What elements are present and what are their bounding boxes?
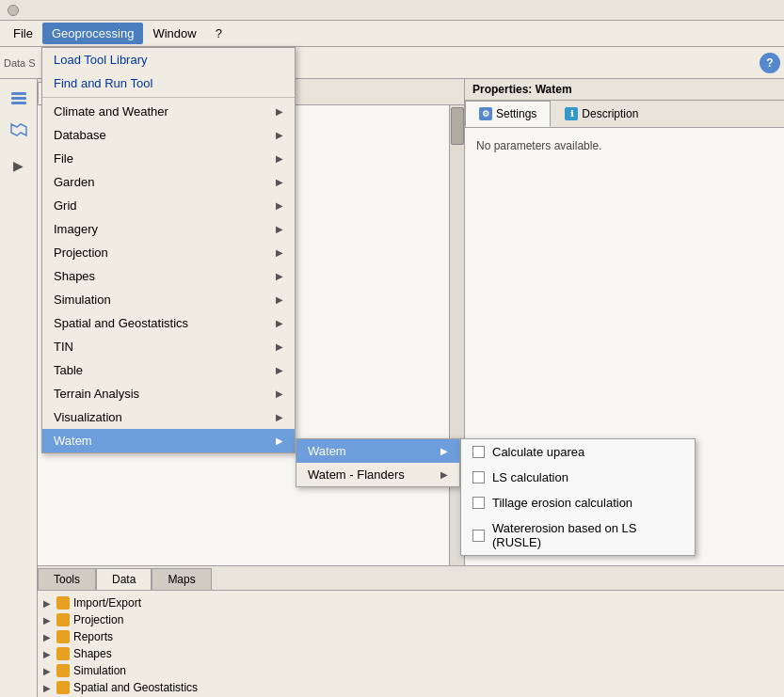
map-icon (9, 120, 28, 139)
menu-simulation[interactable]: Simulation ▶ (42, 288, 295, 311)
checkbox-uparea[interactable] (472, 446, 485, 458)
tree-item-spatial[interactable]: ▶ Spatial and Geostatistics (38, 679, 784, 694)
menu-spatial[interactable]: Spatial and Geostatistics ▶ (42, 311, 295, 335)
menu-shapes[interactable]: Shapes ▶ (42, 264, 295, 288)
submenu-arrow-grid: ▶ (276, 200, 283, 211)
tree-item-reports[interactable]: ▶ Reports (38, 628, 784, 645)
checkbox-tillage[interactable] (472, 497, 485, 509)
menu-table[interactable]: Table ▶ (42, 358, 295, 382)
submenu-arrow-watem: ▶ (276, 436, 283, 446)
watem-options-menu[interactable]: Calculate uparea LS calculation Tillage … (460, 438, 696, 556)
submenu-arrow-file: ▶ (276, 153, 283, 164)
menu-watem[interactable]: Watem ▶ (42, 429, 295, 452)
menu-projection[interactable]: Projection ▶ (42, 241, 295, 264)
svg-rect-15 (59, 651, 67, 657)
properties-content: No parameters available. (465, 128, 784, 164)
title-bar-controls (8, 5, 19, 16)
layers-icon (9, 88, 28, 107)
svg-rect-18 (59, 667, 63, 669)
shapes-folder-icon (56, 647, 70, 660)
submenu-arrow-climate: ▶ (276, 106, 283, 117)
tab-tools[interactable]: Tools (38, 568, 96, 590)
submenu-arrow-database: ▶ (276, 130, 283, 140)
menu-terrain[interactable]: Terrain Analysis ▶ (42, 382, 295, 405)
left-btn-1[interactable] (4, 83, 34, 113)
expand-shapes-icon: ▶ (41, 648, 53, 659)
tab-description[interactable]: ℹ Description (551, 101, 652, 127)
close-button[interactable] (8, 5, 19, 16)
info-icon: ℹ (565, 107, 578, 120)
geoprocessing-menu[interactable]: Load Tool Library Find and Run Tool Clim… (41, 47, 296, 453)
svg-rect-9 (59, 600, 67, 607)
settings-icon: ⚙ (479, 107, 492, 120)
watem-option-watem[interactable]: Watem ▶ (296, 439, 459, 463)
svg-marker-6 (11, 124, 26, 135)
menu-visualization[interactable]: Visualization ▶ (42, 405, 295, 429)
menu-geoprocessing[interactable]: Geoprocessing (42, 23, 143, 44)
watem-option-flanders[interactable]: Watem - Flanders ▶ (296, 463, 459, 486)
menu-window[interactable]: Window (143, 23, 205, 44)
svg-rect-17 (59, 668, 67, 674)
submenu-arrow-shapes: ▶ (276, 271, 283, 281)
menu-file[interactable]: File ▶ (42, 147, 295, 170)
menu-imagery[interactable]: Imagery ▶ (42, 217, 295, 241)
submenu-arrow-spatial: ▶ (276, 318, 283, 328)
menu-find-run[interactable]: Find and Run Tool (42, 71, 295, 95)
svg-rect-4 (11, 97, 26, 100)
expand-import-icon: ▶ (41, 597, 53, 609)
tree-item-import[interactable]: ▶ Import/Export (38, 594, 784, 611)
svg-rect-16 (59, 650, 63, 652)
option-ls-calc[interactable]: LS calculation (461, 465, 695, 490)
help-button[interactable]: ? (760, 53, 780, 73)
bottom-tree-view: ▶ Import/Export ▶ Projection ▶ Reports (38, 591, 784, 694)
svg-rect-3 (11, 92, 26, 95)
import-folder-icon (56, 596, 70, 610)
bottom-panel: Tools Data Maps ▶ Import/Export ▶ Projec… (38, 565, 784, 697)
left-btn-expand[interactable]: ▶ (4, 150, 34, 181)
svg-rect-11 (59, 617, 67, 624)
menu-climate[interactable]: Climate and Weather ▶ (42, 100, 295, 123)
submenu-arrow-terrain: ▶ (276, 388, 283, 399)
submenu-arrow-projection: ▶ (276, 247, 283, 258)
expand-projection-icon: ▶ (41, 614, 53, 626)
submenu-arrow-garden: ▶ (276, 177, 283, 187)
menu-help[interactable]: ? (206, 23, 232, 44)
tab-data[interactable]: Data (96, 568, 152, 590)
svg-rect-10 (59, 599, 63, 601)
scroll-thumb[interactable] (451, 107, 464, 145)
svg-rect-20 (59, 684, 63, 686)
expand-icon: ▶ (13, 158, 24, 173)
submenu-arrow-table: ▶ (276, 365, 283, 375)
tab-settings[interactable]: ⚙ Settings (465, 101, 551, 127)
svg-rect-12 (59, 616, 63, 618)
menu-grid[interactable]: Grid ▶ (42, 194, 295, 217)
divider-1 (42, 97, 295, 98)
expand-simulation-icon: ▶ (41, 665, 53, 676)
left-panel: ▶ (0, 79, 38, 697)
menu-tin[interactable]: TIN ▶ (42, 335, 295, 358)
data-source-label: Data S (4, 57, 36, 69)
checkbox-water-erosion[interactable] (472, 530, 485, 542)
svg-rect-19 (59, 685, 67, 691)
menu-file[interactable]: File (4, 23, 42, 44)
tab-maps[interactable]: Maps (152, 568, 211, 590)
submenu-arrow-simulation: ▶ (276, 294, 283, 305)
option-calc-uparea[interactable]: Calculate uparea (461, 439, 695, 465)
menu-garden[interactable]: Garden ▶ (42, 170, 295, 194)
tree-item-projection[interactable]: ▶ Projection (38, 611, 784, 628)
tree-item-shapes[interactable]: ▶ Shapes (38, 645, 784, 662)
svg-rect-13 (59, 634, 67, 641)
left-btn-2[interactable] (4, 115, 34, 145)
menu-load-tool[interactable]: Load Tool Library (42, 48, 295, 71)
title-bar (0, 0, 784, 21)
watem-submenu[interactable]: Watem ▶ Watem - Flanders ▶ (296, 438, 460, 487)
tree-item-simulation[interactable]: ▶ Simulation (38, 662, 784, 679)
menu-database[interactable]: Database ▶ (42, 123, 295, 147)
checkbox-ls[interactable] (472, 471, 485, 483)
reports-folder-icon (56, 630, 70, 643)
simulation-folder-icon (56, 664, 70, 677)
option-water-erosion[interactable]: Watererosion based on LS (RUSLE) (461, 515, 695, 555)
expand-reports-icon: ▶ (41, 631, 53, 642)
expand-spatial-icon: ▶ (41, 682, 53, 693)
option-tillage[interactable]: Tillage erosion calculation (461, 490, 695, 515)
